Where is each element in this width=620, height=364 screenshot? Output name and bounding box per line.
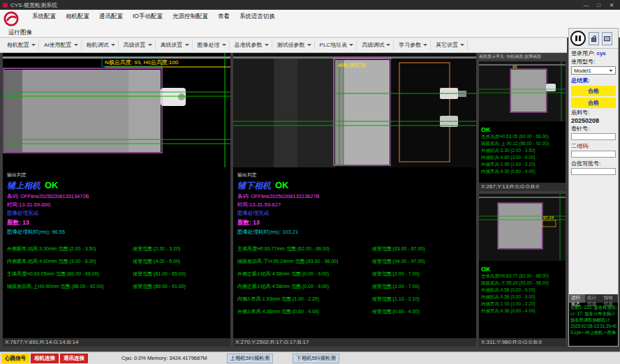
chevron-down-icon bbox=[74, 44, 78, 46]
lower-camera-panel: AI检测区域 输出判定 辅下相机OK 条码: OFFline2025020813… bbox=[233, 53, 476, 347]
batch-number-input[interactable] bbox=[571, 168, 616, 175]
tool-image-processing[interactable]: 图像处理 bbox=[195, 40, 230, 50]
tool-test-params[interactable]: 测试侦参数 bbox=[274, 40, 315, 50]
measure-row: 外侧极耳-陷高:3.30mm 范围:(2.00 - 3.50)报警范围:(2.2… bbox=[7, 245, 228, 252]
tool-camera-debug[interactable]: 相机调试 bbox=[84, 40, 119, 50]
upper-time: 时间:13-31-59-600 bbox=[7, 202, 228, 208]
measure-row: 主体高度H0:63.05mm 范围:(60.00 - 66.00)报警范围:(6… bbox=[7, 271, 228, 278]
upper-overlay-label: N极总高度: 93, H0总高度:100 bbox=[105, 59, 179, 66]
login-user-value: cys bbox=[596, 50, 605, 56]
maximize-button[interactable]: □ bbox=[593, 2, 605, 8]
measure-row: 内侧极耳-陷高:4.60mm 范围:(3.00 - 6.00)报警范围:(4.0… bbox=[7, 258, 228, 265]
judge-label: 输出判定 bbox=[7, 172, 228, 179]
batch-number-label: 合批写批号: bbox=[569, 159, 618, 167]
lower-camera-note: 下相机5纠频检测 bbox=[293, 354, 339, 363]
tool-plc-address[interactable]: PLC地址表 bbox=[317, 40, 357, 50]
side-top-line: 内侧耳高:4.30 (0.60 - 4.00) bbox=[481, 168, 563, 175]
qr-code-input[interactable] bbox=[571, 151, 616, 158]
menu-item-view[interactable]: 查看 bbox=[218, 13, 230, 21]
tool-advanced-settings[interactable]: 高级设置 bbox=[121, 40, 156, 50]
pause-icon bbox=[579, 36, 581, 41]
tool-learning-params[interactable]: 学习参数 bbox=[396, 40, 431, 50]
side-bottom-overlay-label: 97.24 bbox=[543, 215, 554, 220]
measure-row: 内侧J-耳高:1.93mm 范围:(1.00 - 2.20)报警范围:(1.10… bbox=[237, 296, 473, 303]
stats-line: 张数1: 222, 放卷检测张数 bbox=[570, 304, 617, 310]
lot-number-value: 20250208 bbox=[569, 116, 618, 124]
side-camera-image-top[interactable]: 93 bbox=[479, 61, 566, 121]
side-top-pixel-coords: X:267;Y:13;R:0;G:0;B:0 bbox=[479, 183, 566, 191]
chevron-down-icon bbox=[185, 44, 189, 46]
tab-run-status[interactable]: 运行状态 bbox=[569, 294, 585, 303]
result-badge-1: 合格 bbox=[571, 86, 616, 96]
lower-pixel-coords: X:270;Y:2502;R:17;G:17;B:17 bbox=[233, 338, 476, 347]
control-button-row bbox=[569, 29, 618, 49]
close-button[interactable]: ✕ bbox=[606, 2, 617, 8]
stats-tabs: 运行状态 统计信息 报错信息 bbox=[569, 294, 618, 303]
tool-baseline-params[interactable]: 基准线参数 bbox=[232, 40, 272, 50]
menu-item-system-config[interactable]: 系统配置 bbox=[32, 13, 56, 21]
info-panel: 登录用户: cys 使用型号: Model1 总结累: 合格 合格 底料号: 2… bbox=[568, 28, 619, 347]
total-result-label: 总结累: bbox=[569, 76, 618, 84]
chevron-down-icon bbox=[349, 44, 353, 46]
lower-time: 时间:13-31-59-627 bbox=[237, 202, 473, 208]
side-top-line: 主体高度H0:63.05 (60.00 - 66.00) bbox=[481, 133, 563, 140]
tool-advanced-debug[interactable]: 高级调试 bbox=[359, 40, 394, 50]
upper-status-ok: OK bbox=[45, 180, 59, 190]
side-top-line: 隔膜底高-上:90.12 (88.00 - 92.00) bbox=[481, 140, 563, 147]
display-toggle-button[interactable] bbox=[602, 32, 612, 45]
side-bottom-line: 内侧陷高:4.58 (0.00 - 9.00) bbox=[481, 294, 563, 301]
side-top-overlay-label: 93 bbox=[512, 65, 517, 69]
side-top-line: 外侧耳高:1.95 (1.00 - 2.20) bbox=[481, 161, 563, 168]
pause-button[interactable] bbox=[570, 31, 586, 46]
tool-ai-config[interactable]: AI使用配置 bbox=[41, 40, 82, 50]
lock-screen-button[interactable] bbox=[589, 32, 599, 45]
tab-statistics[interactable]: 统计信息 bbox=[585, 294, 601, 303]
measure-row: 外侧J-耳高:4.36mm 范围:(0.60 - 4.00)报警范围:(0.60… bbox=[237, 308, 473, 315]
chevron-down-icon bbox=[148, 44, 152, 46]
chevron-down-icon bbox=[423, 44, 427, 46]
side-top-line: 内侧陷高:4.60 (3.00 - 6.00) bbox=[481, 154, 563, 161]
cpu-memory-readout: Cpu: 0.0% Memory: 3424.4179687M bbox=[121, 355, 207, 361]
tool-camera-config[interactable]: 相机配置 bbox=[4, 40, 39, 50]
lower-result-block: 输出判定 辅下相机OK 条码: OFFline2025020813313627B… bbox=[237, 172, 473, 315]
menu-strip: 系统配置 相机配置 通讯配置 IO手动配置 光源控制配置 查看 系统语言切换 运… bbox=[0, 10, 620, 38]
chevron-down-icon bbox=[222, 44, 226, 46]
stats-line: 放卷图调取抽帧统计 bbox=[570, 317, 617, 323]
menu-item-camera-config[interactable]: 相机配置 bbox=[66, 13, 89, 21]
minimize-button[interactable]: — bbox=[581, 2, 592, 8]
side-camera-image-bottom[interactable]: 97.24 bbox=[479, 194, 566, 261]
lower-camera-image[interactable]: AI检测区域 bbox=[233, 53, 476, 167]
window-title: CYS-视觉检测系统 bbox=[10, 1, 581, 9]
upper-camera-image[interactable]: N极总高度: 93, H0总高度:100 bbox=[3, 53, 230, 167]
menu-item-light-control[interactable]: 光源控制配置 bbox=[172, 13, 208, 21]
side-bottom-line: 主体高度H0:63.77 (62.00 - 68.00) bbox=[481, 273, 563, 280]
tool-offline-settings[interactable]: 离线设置 bbox=[158, 40, 193, 50]
needle-number-input[interactable] bbox=[571, 133, 616, 140]
login-user-label: 登录用户: bbox=[571, 50, 595, 56]
menu-item-comm-config[interactable]: 通讯配置 bbox=[99, 13, 123, 21]
title-bar: CYS-视觉检测系统 — □ ✕ bbox=[0, 0, 620, 10]
monitor-icon bbox=[604, 36, 610, 41]
toolbar: 相机配置 AI使用配置 相机调试 高级设置 离线设置 图像处理 基准线参数 测试… bbox=[0, 38, 567, 53]
lower-barcode: 条码: OFFline2025020813313627B bbox=[237, 193, 473, 200]
judge-label: 输出判定 bbox=[237, 172, 473, 179]
side-bottom-line: 内侧耳高:1.93 (1.00 - 2.20) bbox=[481, 301, 563, 308]
side-top-result-block: OK 主体高度H0:63.05 (60.00 - 66.00) 隔膜底高-上:9… bbox=[479, 124, 566, 175]
menu-bar: 系统配置 相机配置 通讯配置 IO手动配置 光源控制配置 查看 系统语言切换 bbox=[32, 13, 275, 21]
upper-count: 股数: 13 bbox=[7, 219, 228, 227]
lower-status-ok: OK bbox=[275, 180, 289, 190]
side-bottom-pixel-coords: X:311;Y:980;R:0;G:0;B:0 bbox=[479, 338, 566, 347]
tool-other-settings[interactable]: 其它设置 bbox=[433, 40, 468, 50]
measure-row: 主体高度H0:63.77mm 范围:(62.00 - 68.00)报警范围:(6… bbox=[237, 245, 473, 252]
menu-item-language[interactable]: 系统语言切换 bbox=[239, 13, 275, 21]
model-select[interactable]: Model1 bbox=[571, 66, 616, 75]
stats-line: 0-cys一种上相机一图像处理耗时: 258.09ms bbox=[570, 329, 617, 335]
upper-barcode: 条码: OFFline2025020813313472B bbox=[7, 193, 228, 200]
stats-lines: 张数1: 222, 放卷检测张数 计: 17, 放卷分布去频计: 0, 放卷图调… bbox=[569, 303, 618, 337]
menu-item-io-manual[interactable]: IO手动配置 bbox=[133, 13, 163, 21]
lower-elapsed: 图像处理耗时(ms): 103.21 bbox=[237, 229, 473, 236]
tab-errors[interactable]: 报错信息 bbox=[602, 294, 618, 303]
lower-camera-name: 辅下相机 bbox=[237, 181, 271, 190]
lower-count: 股数: 13 bbox=[237, 219, 473, 227]
upper-camera-panel: N极总高度: 93, H0总高度:100 输出判定 辅上相机OK 条码: OFF… bbox=[3, 53, 230, 347]
